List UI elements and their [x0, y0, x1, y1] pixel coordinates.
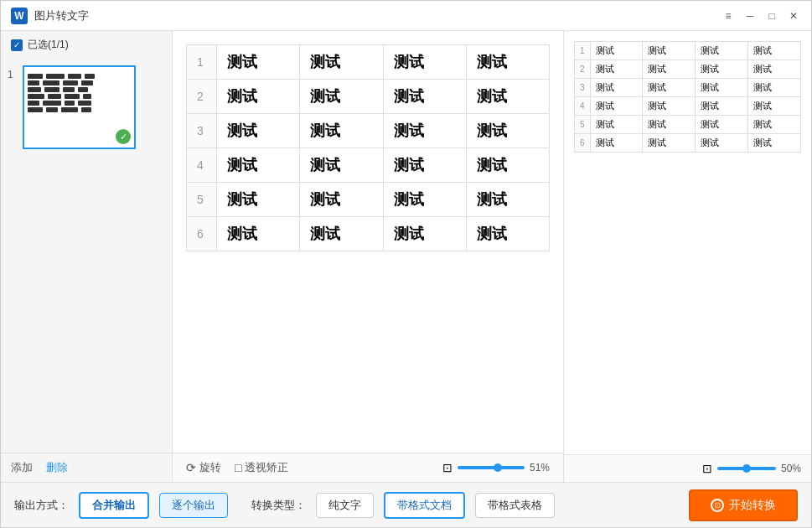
- output-label: 输出方式：: [14, 498, 69, 513]
- app-icon: W: [11, 8, 28, 24]
- table-cell: 测试: [696, 97, 748, 116]
- start-convert-button[interactable]: ⊙ 开始转换: [689, 489, 798, 521]
- left-panel: ✓ 已选(1/1) 1: [1, 31, 173, 482]
- zoom-icon: ⊡: [442, 461, 453, 474]
- table-cell: 测试: [590, 134, 643, 153]
- row-num: 1: [575, 42, 591, 60]
- table-cell: 测试: [748, 97, 801, 116]
- thumb-check-icon: ✓: [116, 129, 131, 144]
- table-row: 2测试测试测试测试: [187, 80, 550, 114]
- table-cell: 测试: [383, 80, 466, 114]
- close-button[interactable]: ✕: [786, 8, 801, 23]
- row-num: 1: [187, 45, 217, 80]
- thumbnail-image[interactable]: ✓: [23, 65, 136, 149]
- table-cell: 测试: [643, 60, 696, 79]
- table-cell: 测试: [383, 114, 466, 148]
- table-cell: 测试: [590, 60, 643, 79]
- bottom-bar: 输出方式： 合并输出 逐个输出 转换类型： 纯文字 带格式文档 带格式表格 ⊙ …: [1, 482, 811, 527]
- row-num: 5: [187, 183, 217, 217]
- table-cell: 测试: [748, 134, 801, 153]
- table-cell: 测试: [300, 114, 383, 148]
- table-cell: 测试: [643, 97, 696, 116]
- table-cell: 测试: [217, 80, 300, 114]
- middle-zoom-control: ⊡ 51%: [442, 461, 550, 474]
- plain-text-button[interactable]: 纯文字: [316, 493, 374, 518]
- rotate-button[interactable]: ⟳ 旋转: [186, 460, 221, 475]
- delete-button[interactable]: 删除: [46, 460, 68, 475]
- maximize-button[interactable]: □: [764, 8, 779, 23]
- row-num: 2: [575, 60, 591, 79]
- formatted-doc-button[interactable]: 带格式文档: [384, 492, 465, 519]
- right-zoom-control: ⊡ 50%: [702, 462, 801, 475]
- main-window: W 图片转文字 ≡ ─ □ ✕ ✓ 已选(1/1) 1: [0, 0, 812, 528]
- middle-content: 1测试测试测试测试2测试测试测试测试3测试测试测试测试4测试测试测试测试5测试测…: [173, 31, 563, 453]
- table-cell: 测试: [217, 217, 300, 251]
- row-num: 4: [187, 148, 217, 183]
- rotate-icon: ⟳: [186, 461, 196, 474]
- add-button[interactable]: 添加: [11, 460, 33, 475]
- formatted-table-button[interactable]: 带格式表格: [475, 493, 555, 518]
- table-cell: 测试: [466, 114, 549, 148]
- row-num: 3: [575, 79, 591, 97]
- table-row: 5测试测试测试测试: [187, 183, 550, 217]
- preview-table: 1测试测试测试测试2测试测试测试测试3测试测试测试测试4测试测试测试测试5测试测…: [186, 44, 550, 251]
- middle-toolbar: ⟳ 旋转 □ 透视矫正 ⊡ 51%: [173, 453, 563, 482]
- table-row: 3测试测试测试测试: [575, 79, 801, 97]
- table-cell: 测试: [643, 79, 696, 97]
- select-all-checkbox[interactable]: ✓: [11, 39, 23, 51]
- minimize-button[interactable]: ─: [742, 8, 758, 23]
- right-zoom-slider[interactable]: [717, 467, 776, 470]
- selected-label: 已选(1/1): [28, 38, 69, 52]
- thumbnail-area[interactable]: 1: [1, 59, 172, 453]
- table-cell: 测试: [643, 42, 696, 60]
- start-btn-label: 开始转换: [729, 498, 776, 513]
- table-cell: 测试: [696, 79, 748, 97]
- table-row: 4测试测试测试测试: [575, 97, 801, 116]
- menu-icon[interactable]: ≡: [721, 8, 736, 23]
- left-panel-footer: 添加 删除: [1, 453, 172, 482]
- rotate-label: 旋转: [199, 460, 221, 475]
- right-zoom-icon: ⊡: [702, 462, 712, 475]
- correct-label: 透视矫正: [245, 460, 288, 475]
- table-cell: 测试: [643, 116, 696, 134]
- table-cell: 测试: [590, 42, 643, 60]
- table-cell: 测试: [696, 134, 748, 153]
- right-table: 1测试测试测试测试2测试测试测试测试3测试测试测试测试4测试测试测试测试5测试测…: [574, 41, 801, 153]
- right-zoom-label: 50%: [781, 463, 801, 474]
- table-row: 1测试测试测试测试: [575, 42, 801, 60]
- table-cell: 测试: [300, 45, 383, 80]
- middle-zoom-thumb[interactable]: [494, 463, 502, 472]
- table-cell: 测试: [300, 80, 383, 114]
- row-num: 6: [187, 217, 217, 251]
- right-zoom-thumb[interactable]: [742, 464, 751, 473]
- thumb-page-num: 1: [8, 69, 18, 80]
- table-cell: 测试: [217, 148, 300, 183]
- table-cell: 测试: [383, 45, 466, 80]
- table-cell: 测试: [217, 183, 300, 217]
- table-cell: 测试: [383, 148, 466, 183]
- merge-output-button[interactable]: 合并输出: [79, 492, 149, 519]
- table-cell: 测试: [383, 183, 466, 217]
- table-cell: 测试: [217, 45, 300, 80]
- perspective-correct-button[interactable]: □ 透视矫正: [235, 460, 288, 475]
- row-num: 5: [575, 116, 591, 134]
- table-row: 5测试测试测试测试: [575, 116, 801, 134]
- table-cell: 测试: [300, 217, 383, 251]
- table-cell: 测试: [696, 116, 748, 134]
- window-controls: ≡ ─ □ ✕: [721, 8, 801, 23]
- table-cell: 测试: [466, 217, 549, 251]
- middle-zoom-label: 51%: [530, 462, 550, 474]
- row-num: 3: [187, 114, 217, 148]
- table-cell: 测试: [748, 79, 801, 97]
- right-content: 1测试测试测试测试2测试测试测试测试3测试测试测试测试4测试测试测试测试5测试测…: [564, 31, 811, 454]
- table-cell: 测试: [696, 60, 748, 79]
- table-cell: 测试: [466, 183, 549, 217]
- table-cell: 测试: [696, 42, 748, 60]
- middle-panel: 1测试测试测试测试2测试测试测试测试3测试测试测试测试4测试测试测试测试5测试测…: [173, 31, 564, 482]
- single-output-button[interactable]: 逐个输出: [159, 493, 228, 518]
- window-title: 图片转文字: [34, 8, 721, 23]
- middle-zoom-slider[interactable]: [458, 466, 525, 469]
- convert-type-label: 转换类型：: [251, 498, 306, 513]
- table-cell: 测试: [466, 80, 549, 114]
- table-cell: 测试: [748, 42, 801, 60]
